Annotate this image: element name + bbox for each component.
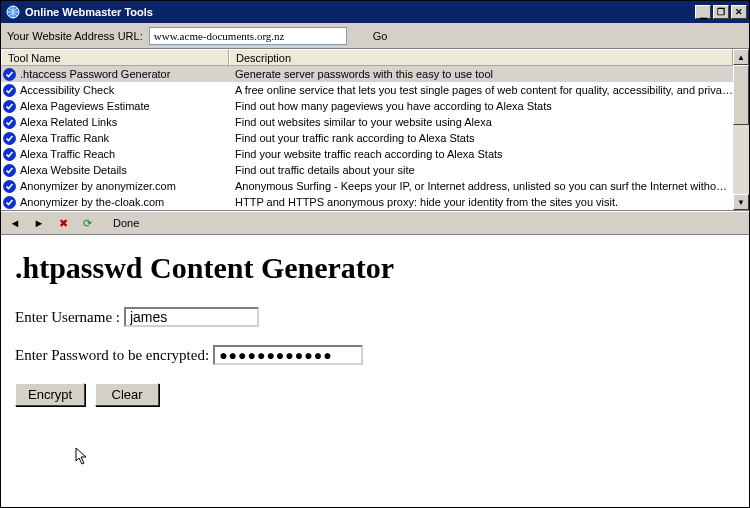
check-icon bbox=[3, 180, 16, 193]
username-label: Enter Username : bbox=[15, 309, 120, 326]
tool-name: Anonymizer by the-cloak.com bbox=[20, 196, 164, 208]
table-row[interactable]: .htaccess Password GeneratorGenerate ser… bbox=[1, 66, 733, 82]
status-text: Done bbox=[113, 217, 139, 229]
url-bar: Your Website Address URL: Go bbox=[1, 23, 749, 49]
tool-name: Alexa Traffic Reach bbox=[20, 148, 115, 160]
refresh-icon[interactable]: ⟳ bbox=[81, 217, 93, 229]
stop-icon[interactable]: ✖ bbox=[57, 217, 69, 229]
tool-name: Alexa Traffic Rank bbox=[20, 132, 109, 144]
maximize-button[interactable]: ❐ bbox=[713, 5, 729, 19]
page-heading: .htpasswd Content Generator bbox=[15, 251, 735, 285]
check-icon bbox=[3, 148, 16, 161]
check-icon bbox=[3, 116, 16, 129]
url-input[interactable] bbox=[149, 27, 347, 45]
tool-description: HTTP and HTTPS anonymous proxy: hide you… bbox=[229, 196, 733, 208]
tool-description: Anonymous Surfing - Keeps your IP, or In… bbox=[229, 180, 733, 192]
back-icon[interactable]: ◄ bbox=[9, 217, 21, 229]
window-title: Online Webmaster Tools bbox=[25, 6, 695, 18]
col-description[interactable]: Description bbox=[229, 49, 733, 66]
check-icon bbox=[3, 100, 16, 113]
tool-description: Find out how many pageviews you have acc… bbox=[229, 100, 733, 112]
tool-description: Generate server passwords with this easy… bbox=[229, 68, 733, 80]
password-label: Enter Password to be encrypted: bbox=[15, 347, 209, 364]
table-row[interactable]: Alexa Website DetailsFind out traffic de… bbox=[1, 162, 733, 178]
check-icon bbox=[3, 68, 16, 81]
col-tool-name[interactable]: Tool Name bbox=[1, 49, 229, 66]
tool-name: Alexa Pageviews Estimate bbox=[20, 100, 150, 112]
table-row[interactable]: Anonymizer by the-cloak.comHTTP and HTTP… bbox=[1, 194, 733, 210]
title-bar: Online Webmaster Tools ▁ ❐ ✕ bbox=[1, 1, 749, 23]
scroll-up-button[interactable]: ▲ bbox=[733, 49, 749, 65]
table-row[interactable]: Alexa Traffic ReachFind your website tra… bbox=[1, 146, 733, 162]
scroll-thumb[interactable] bbox=[733, 65, 749, 125]
go-button[interactable]: Go bbox=[373, 30, 388, 42]
content-pane: .htpasswd Content Generator Enter Userna… bbox=[1, 235, 749, 416]
check-icon bbox=[3, 164, 16, 177]
tool-description: Find out traffic details about your site bbox=[229, 164, 733, 176]
cursor-icon bbox=[75, 447, 91, 467]
username-input[interactable] bbox=[124, 307, 259, 327]
tool-name: Alexa Website Details bbox=[20, 164, 127, 176]
close-button[interactable]: ✕ bbox=[731, 5, 747, 19]
password-input[interactable] bbox=[213, 345, 363, 365]
tool-description: Find out your traffic rank according to … bbox=[229, 132, 733, 144]
table-header: Tool Name Description bbox=[1, 49, 733, 66]
table-row[interactable]: Alexa Related LinksFind out websites sim… bbox=[1, 114, 733, 130]
table-row[interactable]: Accessibility CheckA free online service… bbox=[1, 82, 733, 98]
nav-toolbar: ◄ ► ✖ ⟳ Done bbox=[1, 211, 749, 235]
table-row[interactable]: Alexa Traffic RankFind out your traffic … bbox=[1, 130, 733, 146]
tool-name: .htaccess Password Generator bbox=[20, 68, 170, 80]
tool-name: Alexa Related Links bbox=[20, 116, 117, 128]
tool-name: Accessibility Check bbox=[20, 84, 114, 96]
table-row[interactable]: Alexa Pageviews EstimateFind out how man… bbox=[1, 98, 733, 114]
clear-button[interactable]: Clear bbox=[95, 383, 159, 406]
url-label: Your Website Address URL: bbox=[7, 30, 143, 42]
scroll-track[interactable] bbox=[733, 65, 749, 194]
forward-icon[interactable]: ► bbox=[33, 217, 45, 229]
tool-table: Tool Name Description .htaccess Password… bbox=[1, 49, 733, 210]
scroll-down-button[interactable]: ▼ bbox=[733, 194, 749, 210]
check-icon bbox=[3, 84, 16, 97]
tool-name: Anonymizer by anonymizer.com bbox=[20, 180, 176, 192]
app-icon bbox=[5, 4, 21, 20]
scrollbar[interactable]: ▲ ▼ bbox=[733, 49, 749, 210]
check-icon bbox=[3, 132, 16, 145]
check-icon bbox=[3, 196, 16, 209]
encrypt-button[interactable]: Encrypt bbox=[15, 383, 85, 406]
tool-description: Find your website traffic reach accordin… bbox=[229, 148, 733, 160]
tool-description: A free online service that lets you test… bbox=[229, 84, 733, 96]
tool-description: Find out websites similar to your websit… bbox=[229, 116, 733, 128]
table-row[interactable]: Anonymizer by anonymizer.comAnonymous Su… bbox=[1, 178, 733, 194]
minimize-button[interactable]: ▁ bbox=[695, 5, 711, 19]
